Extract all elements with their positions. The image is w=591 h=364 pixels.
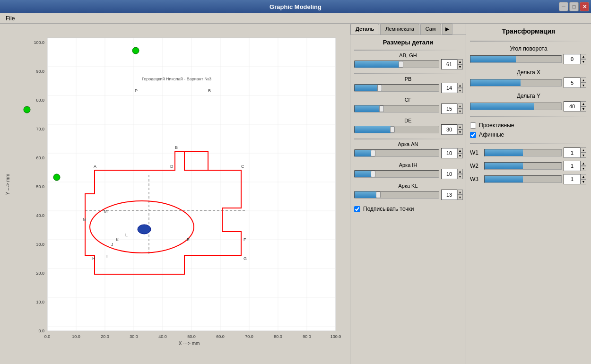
slider-arka-kl-label: Арка KL: [354, 183, 462, 189]
w3-input[interactable]: [564, 174, 581, 184]
w2-slider[interactable]: [484, 162, 562, 170]
w3-up[interactable]: ▲: [581, 174, 586, 179]
main-content: 0.0 10.0 20.0 30.0 40.0 50.0 60.0 70.0 8…: [0, 24, 591, 364]
w3-down[interactable]: ▼: [581, 179, 586, 184]
spinner-arka-an[interactable]: ▲ ▼: [441, 148, 462, 158]
transform-deltax-spinner[interactable]: ▲ ▼: [564, 78, 587, 88]
slider-arka-an-track[interactable]: [354, 149, 439, 157]
tab-detail[interactable]: Деталь: [350, 24, 379, 35]
transform-deltay-up[interactable]: ▲: [581, 101, 586, 106]
checkbox-proektivnye-label[interactable]: Проективные: [479, 122, 514, 129]
transform-rotation-down[interactable]: ▼: [581, 59, 586, 64]
spinner-arka-kl-input[interactable]: [441, 190, 457, 200]
checkbox-proektivnye[interactable]: [470, 122, 476, 129]
slider-cf-label: CF: [354, 97, 462, 103]
spinner-de-down[interactable]: ▼: [457, 130, 463, 135]
spinner-cf-input[interactable]: [441, 104, 457, 114]
spinner-ab-gh-input[interactable]: [441, 59, 457, 69]
green-dot-bottom[interactable]: [53, 174, 60, 181]
transform-deltay-spinner[interactable]: ▲ ▼: [564, 101, 587, 112]
transform-deltax-slider[interactable]: [470, 79, 562, 87]
slider-pb-track[interactable]: [354, 84, 439, 92]
transform-deltax-input[interactable]: [564, 78, 581, 88]
transform-deltay-slider[interactable]: [470, 103, 562, 110]
transform-deltay-input[interactable]: [564, 101, 581, 112]
spinner-ab-gh[interactable]: ▲ ▼: [441, 59, 462, 69]
spinner-ab-gh-up[interactable]: ▲: [457, 59, 463, 64]
transform-deltax-down[interactable]: ▼: [581, 83, 586, 88]
spinner-arka-kl[interactable]: ▲ ▼: [441, 190, 462, 200]
tab-more-button[interactable]: ▶: [442, 24, 452, 35]
check-proekt-row: Проективные: [470, 122, 587, 129]
spinner-arka-an-input[interactable]: [441, 148, 457, 158]
spinner-pb-up[interactable]: ▲: [457, 83, 463, 88]
w2-up[interactable]: ▲: [581, 161, 586, 166]
w1-slider[interactable]: [484, 149, 562, 156]
spinner-ab-gh-down[interactable]: ▼: [457, 64, 463, 69]
w1-spinner[interactable]: ▲ ▼: [564, 147, 587, 158]
checkbox-label-points-label[interactable]: Подписывать точки: [363, 206, 414, 212]
checkbox-afinnye-label[interactable]: Афинные: [479, 131, 504, 138]
panel-content: Размеры детали AB, GH ▲: [350, 35, 466, 364]
spinner-arka-ih-input[interactable]: [441, 169, 457, 179]
spinner-arka-ih-up[interactable]: ▲: [457, 169, 463, 174]
checkbox-afinnye[interactable]: [470, 132, 476, 138]
w2-input[interactable]: [564, 161, 581, 171]
spinner-cf-down[interactable]: ▼: [457, 109, 463, 114]
svg-text:40.0: 40.0: [36, 213, 44, 218]
transform-rotation-up[interactable]: ▲: [581, 54, 586, 59]
spinner-arka-an-down[interactable]: ▼: [457, 153, 463, 158]
spinner-cf[interactable]: ▲ ▼: [441, 104, 462, 114]
titlebar-controls[interactable]: ─ □ ✕: [559, 2, 589, 11]
slider-arka-ih-track[interactable]: [354, 170, 439, 178]
w2-down[interactable]: ▼: [581, 166, 586, 171]
spinner-arka-ih-down[interactable]: ▼: [457, 174, 463, 179]
slider-arka-kl-track[interactable]: [354, 191, 439, 199]
spinner-de-input[interactable]: [441, 124, 457, 135]
slider-de-track[interactable]: [354, 126, 439, 133]
spinner-pb-down[interactable]: ▼: [457, 88, 463, 93]
spinner-arka-kl-up[interactable]: ▲: [457, 190, 463, 195]
w1-up[interactable]: ▲: [581, 147, 586, 153]
spinner-de[interactable]: ▲ ▼: [441, 124, 462, 135]
spinner-pb[interactable]: ▲ ▼: [441, 83, 462, 93]
transform-deltay-down[interactable]: ▼: [581, 106, 586, 112]
transform-deltax-up[interactable]: ▲: [581, 78, 586, 83]
spinner-arka-an-up[interactable]: ▲: [457, 148, 463, 153]
w1-down[interactable]: ▼: [581, 153, 586, 158]
svg-point-46: [138, 225, 151, 234]
menu-file[interactable]: File: [4, 15, 17, 22]
tab-lemniscata[interactable]: Лемниската: [380, 24, 419, 35]
svg-text:B: B: [208, 88, 211, 93]
slider-arka-ih-label: Арка IH: [354, 162, 462, 168]
spinner-pb-input[interactable]: [441, 83, 457, 93]
green-dot-left[interactable]: [24, 106, 30, 113]
green-dot-top[interactable]: [132, 47, 139, 54]
spinner-arka-kl-down[interactable]: ▼: [457, 195, 463, 200]
slider-cf-track[interactable]: [354, 105, 439, 113]
w1-input[interactable]: [564, 147, 581, 158]
transform-rotation-slider[interactable]: [470, 55, 562, 63]
slider-ab-gh-track[interactable]: [354, 61, 439, 68]
svg-text:K: K: [116, 237, 119, 242]
transform-rotation-input[interactable]: [564, 54, 581, 64]
spinner-de-up[interactable]: ▲: [457, 124, 463, 130]
spinner-cf-up[interactable]: ▲: [457, 104, 463, 109]
maximize-button[interactable]: □: [569, 2, 579, 11]
minimize-button[interactable]: ─: [559, 2, 568, 11]
tab-panel: Деталь Лемниската Сам ▶ Размеры детали A…: [350, 24, 466, 364]
w3-slider[interactable]: [484, 175, 562, 183]
close-button[interactable]: ✕: [580, 2, 589, 11]
checkbox-label-points[interactable]: [354, 206, 360, 212]
w3-spinner[interactable]: ▲ ▼: [564, 174, 587, 184]
tab-sam[interactable]: Сам: [420, 24, 441, 35]
drawing-svg: 0.0 10.0 20.0 30.0 40.0 50.0 60.0 70.0 8…: [0, 24, 345, 364]
canvas-area[interactable]: 0.0 10.0 20.0 30.0 40.0 50.0 60.0 70.0 8…: [0, 24, 350, 364]
check-afin-row: Афинные: [470, 131, 587, 138]
transform-rotation: Угол поворота ▲ ▼: [470, 45, 587, 64]
y-axis-label: Y ---> mm: [5, 174, 10, 195]
spinner-arka-ih[interactable]: ▲ ▼: [441, 169, 462, 179]
transform-rotation-spinner[interactable]: ▲ ▼: [564, 54, 587, 64]
w2-spinner[interactable]: ▲ ▼: [564, 161, 587, 171]
svg-text:A: A: [94, 164, 96, 169]
